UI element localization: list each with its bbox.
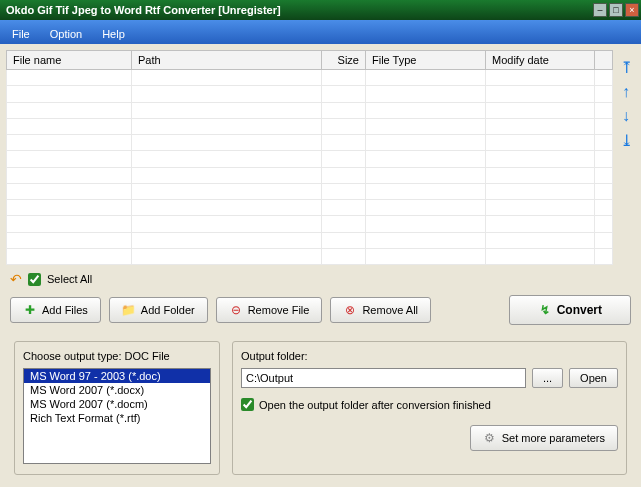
folder-icon: 📁 [122, 303, 136, 317]
more-parameters-button[interactable]: ⚙ Set more parameters [470, 425, 618, 451]
open-after-label: Open the output folder after conversion … [259, 399, 491, 411]
plus-icon: ✚ [23, 303, 37, 317]
outtype-opt-rtf[interactable]: Rich Text Format (*.rtf) [24, 411, 210, 425]
undo-icon[interactable]: ↶ [10, 271, 22, 287]
col-spacer [595, 51, 613, 70]
restore-icon[interactable]: □ [609, 3, 623, 17]
browse-button[interactable]: ... [532, 368, 563, 388]
close-icon[interactable]: × [625, 3, 639, 17]
output-type-list[interactable]: MS Word 97 - 2003 (*.doc) MS Word 2007 (… [23, 368, 211, 464]
open-folder-button[interactable]: Open [569, 368, 618, 388]
menu-option[interactable]: Option [40, 24, 92, 44]
reorder-arrows: ⤒ ↑ ↓ ⤓ [617, 50, 635, 265]
move-top-icon[interactable]: ⤒ [620, 58, 633, 77]
open-after-checkbox[interactable] [241, 398, 254, 411]
convert-icon: ↯ [538, 303, 552, 317]
titlebar: Okdo Gif Tif Jpeg to Word Rtf Converter … [0, 0, 641, 20]
add-files-button[interactable]: ✚ Add Files [10, 297, 101, 323]
selectall-label: Select All [47, 273, 92, 285]
remove-all-button[interactable]: ⊗ Remove All [330, 297, 431, 323]
col-filetype[interactable]: File Type [366, 51, 486, 70]
remove-file-button[interactable]: ⊖ Remove File [216, 297, 323, 323]
outtype-opt-doc[interactable]: MS Word 97 - 2003 (*.doc) [24, 369, 210, 383]
move-bottom-icon[interactable]: ⤓ [620, 131, 633, 150]
selectall-checkbox[interactable] [28, 273, 41, 286]
main-shell: File name Path Size File Type Modify dat… [0, 44, 641, 487]
file-table[interactable]: File name Path Size File Type Modify dat… [6, 50, 613, 265]
output-folder-label: Output folder: [241, 346, 618, 368]
remove-all-icon: ⊗ [343, 303, 357, 317]
col-filename[interactable]: File name [7, 51, 132, 70]
menu-help[interactable]: Help [92, 24, 135, 44]
col-modify[interactable]: Modify date [486, 51, 595, 70]
menu-file[interactable]: File [2, 24, 40, 44]
window-title: Okdo Gif Tif Jpeg to Word Rtf Converter … [6, 4, 281, 16]
output-folder-input[interactable] [241, 368, 526, 388]
move-down-icon[interactable]: ↓ [622, 107, 630, 125]
move-up-icon[interactable]: ↑ [622, 83, 630, 101]
gear-icon: ⚙ [483, 431, 497, 445]
output-type-panel: Choose output type: DOC File MS Word 97 … [14, 341, 220, 475]
add-folder-button[interactable]: 📁 Add Folder [109, 297, 208, 323]
col-path[interactable]: Path [132, 51, 322, 70]
minus-icon: ⊖ [229, 303, 243, 317]
window-buttons: – □ × [593, 3, 639, 17]
minimize-icon[interactable]: – [593, 3, 607, 17]
col-size[interactable]: Size [322, 51, 366, 70]
outtype-opt-docm[interactable]: MS Word 2007 (*.docm) [24, 397, 210, 411]
outtype-opt-docx[interactable]: MS Word 2007 (*.docx) [24, 383, 210, 397]
output-type-label: Choose output type: DOC File [23, 346, 211, 368]
menubar: File Option Help [0, 20, 641, 44]
convert-button[interactable]: ↯ Convert [509, 295, 631, 325]
output-folder-panel: Output folder: ... Open Open the output … [232, 341, 627, 475]
